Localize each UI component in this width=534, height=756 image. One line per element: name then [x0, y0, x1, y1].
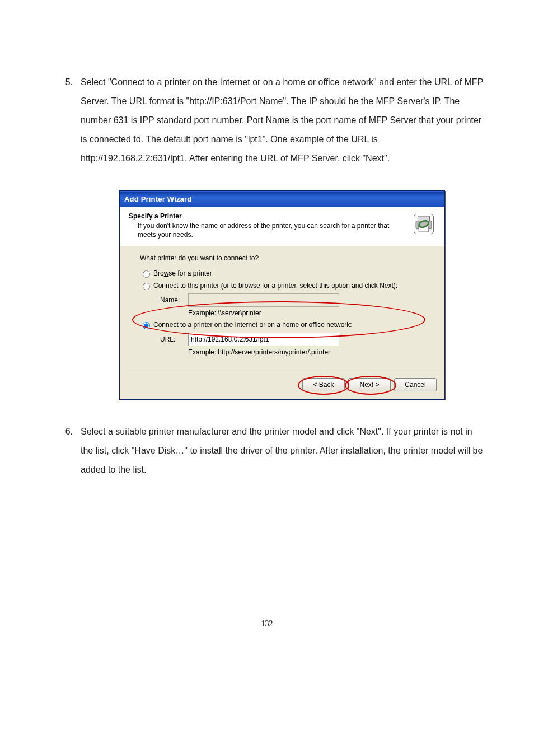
radio-browse-label: Browse for a printer — [153, 269, 212, 277]
dialog-header-subtitle: If you don't know the name or address of… — [129, 221, 406, 239]
step-body-6: Select a suitable printer manufacturer a… — [81, 422, 484, 479]
step-body-5: Select "Connect to a printer on the Inte… — [81, 73, 484, 168]
dialog-titlebar: Add Printer Wizard — [120, 191, 444, 207]
dialog-header: Specify a Printer If you don't know the … — [120, 207, 444, 246]
radio-connect-url-label: Connect to a printer on the Internet or … — [153, 321, 352, 329]
radio-connect-name[interactable] — [143, 283, 150, 290]
radio-connect-name-row[interactable]: Connect to this printer (or to browse fo… — [140, 281, 424, 290]
back-button[interactable]: < Back — [302, 378, 345, 391]
printer-icon — [412, 212, 435, 236]
dialog-header-title: Specify a Printer — [129, 212, 406, 220]
cancel-button[interactable]: Cancel — [394, 378, 437, 391]
name-example: Example: \\server\printer — [188, 309, 424, 317]
url-label: URL: — [160, 335, 188, 343]
page-number: 132 — [50, 619, 484, 628]
radio-connect-url[interactable] — [143, 322, 150, 329]
name-field-row: Name: — [160, 293, 424, 307]
step-number-5: 5. — [50, 73, 81, 92]
radio-connect-name-label: Connect to this printer (or to browse fo… — [153, 282, 397, 290]
url-input[interactable] — [188, 333, 339, 346]
step-6: 6. Select a suitable printer manufacture… — [50, 422, 484, 479]
add-printer-wizard-dialog: Add Printer Wizard Specify a Printer If … — [119, 190, 445, 400]
radio-browse-row[interactable]: Browse for a printer — [140, 269, 424, 278]
step-5: 5. Select "Connect to a printer on the I… — [50, 73, 484, 168]
url-example: Example: http://server/printers/myprinte… — [188, 348, 424, 356]
url-field-row: URL: — [160, 333, 424, 346]
dialog-question: What printer do you want to connect to? — [140, 254, 424, 262]
name-input — [188, 293, 339, 307]
dialog-buttonbar: < Back Next > Cancel — [120, 370, 444, 399]
dialog-content: What printer do you want to connect to? … — [120, 246, 444, 370]
radio-browse[interactable] — [143, 270, 150, 278]
radio-connect-url-row[interactable]: Connect to a printer on the Internet or … — [140, 320, 424, 329]
name-label: Name: — [160, 296, 188, 304]
next-button[interactable]: Next > — [348, 378, 391, 391]
step-number-6: 6. — [50, 422, 81, 441]
dialog-title: Add Printer Wizard — [124, 195, 192, 203]
